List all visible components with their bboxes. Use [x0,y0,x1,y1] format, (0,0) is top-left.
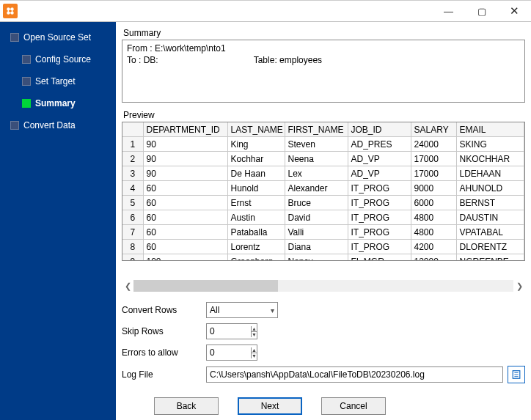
row-number[interactable]: 4 [122,181,143,196]
convert-rows-value: All [210,305,219,315]
log-file-value: C:\Users\pansh\AppData\Local\FileToDB\20… [210,369,425,380]
svg-rect-7 [8,12,12,13]
cell: Alexander [285,181,348,196]
row-number[interactable]: 5 [122,196,143,210]
table-row[interactable]: 760PataballaValliIT_PROG4800VPATABAL [122,225,524,240]
summary-table-prefix: Table: [254,55,279,65]
browse-log-button[interactable] [508,366,525,383]
cell: AHUNOLD [456,181,524,196]
column-header[interactable]: SALARY [411,122,456,137]
wizard-step[interactable]: Set Target [0,70,116,92]
spin-down-icon[interactable]: ▼ [252,353,257,358]
cell: NKOCHHAR [456,152,524,166]
log-file-input[interactable]: C:\Users\pansh\AppData\Local\FileToDB\20… [206,366,503,383]
cell: 6000 [411,196,456,210]
wizard-buttons: Back Next Cancel [122,388,525,415]
cell: Lex [285,166,348,181]
summary-from-prefix: From : [127,43,155,54]
column-header[interactable]: FIRST_NAME [285,122,348,137]
errors-spinner[interactable]: ▲ ▼ [206,345,257,361]
step-box-icon [10,33,19,42]
cell: VPATABAL [456,225,524,240]
step-box-icon [10,121,19,130]
step-label: Convert Data [23,120,76,130]
skip-rows-input[interactable] [207,325,251,338]
row-number[interactable]: 1 [122,137,143,152]
table-row[interactable]: 190KingStevenAD_PRES24000SKING [122,137,524,152]
chevron-down-icon: ▾ [268,306,274,314]
cell: Lorentz [227,240,285,254]
cell: IT_PROG [348,196,411,210]
summary-to-prefix: To : [127,55,144,65]
log-file-label: Log File [122,369,206,380]
cell: 4200 [411,240,456,254]
cell: IT_PROG [348,181,411,196]
column-header[interactable]: JOB_ID [348,122,411,137]
convert-rows-select[interactable]: All ▾ [206,302,278,318]
minimize-button[interactable]: — [432,1,465,21]
scroll-left-icon[interactable]: ❮ [122,280,133,292]
svg-rect-5 [8,9,9,12]
cell: IT_PROG [348,210,411,225]
svg-rect-4 [8,9,12,10]
maximize-button[interactable]: ▢ [465,1,498,21]
cell: NGREENBE [456,254,524,262]
horizontal-scrollbar[interactable]: ❮ ❯ [122,280,525,292]
column-header[interactable]: EMAIL [456,122,524,137]
cell: 17000 [411,166,456,181]
cell: 100 [143,254,227,262]
back-button[interactable]: Back [154,397,219,415]
wizard-step[interactable]: Summary [0,92,116,114]
cell: 60 [143,225,227,240]
row-number[interactable]: 6 [122,210,143,225]
wizard-step[interactable]: Config Source [0,48,116,70]
skip-rows-spinner[interactable]: ▲ ▼ [206,323,257,339]
step-box-icon [22,77,31,86]
scroll-thumb[interactable] [133,280,278,292]
cell: 9000 [411,181,456,196]
table-row[interactable]: 860LorentzDianaIT_PROG4200DLORENTZ [122,240,524,254]
cell: 60 [143,240,227,254]
table-row[interactable]: 290KochharNeenaAD_VP17000NKOCHHAR [122,152,524,166]
table-row[interactable]: 660AustinDavidIT_PROG4800DAUSTIN [122,210,524,225]
next-button[interactable]: Next [238,397,302,415]
row-number[interactable]: 9 [122,254,143,262]
wizard-step[interactable]: Open Source Set [0,26,116,48]
column-header[interactable]: LAST_NAME [227,122,285,137]
cell: 17000 [411,152,456,166]
cell: Diana [285,240,348,254]
table-row[interactable]: 460HunoldAlexanderIT_PROG9000AHUNOLD [122,181,524,196]
cell: FI_MGR [348,254,411,262]
column-header[interactable] [122,122,143,137]
cell: De Haan [227,166,285,181]
cell: SKING [456,137,524,152]
cell: 90 [143,166,227,181]
spin-up-icon[interactable]: ▲ [252,326,257,331]
document-icon [511,369,521,380]
scroll-right-icon[interactable]: ❯ [513,280,525,292]
column-header[interactable]: DEPARTMENT_ID [143,122,227,137]
summary-table-value: employees [279,55,322,65]
spin-down-icon[interactable]: ▼ [252,331,257,337]
table-row[interactable]: 9100GreenbergNancyFI_MGR12000NGREENBE [122,254,524,262]
summary-heading: Summary [123,28,525,38]
spin-up-icon[interactable]: ▲ [252,347,257,353]
row-number[interactable]: 2 [122,152,143,166]
cell: Bruce [285,196,348,210]
cell: 12000 [411,254,456,262]
cancel-button[interactable]: Cancel [321,397,386,415]
row-number[interactable]: 8 [122,240,143,254]
wizard-step[interactable]: Convert Data [0,114,116,136]
convert-rows-label: Convert Rows [122,305,206,315]
close-button[interactable]: ✕ [498,1,531,21]
errors-input[interactable] [207,346,251,359]
summary-to-db: DB: [144,54,254,66]
table-row[interactable]: 390De HaanLexAD_VP17000LDEHAAN [122,166,524,181]
row-number[interactable]: 3 [122,166,143,181]
table-row[interactable]: 560ErnstBruceIT_PROG6000BERNST [122,196,524,210]
cell: Kochhar [227,152,285,166]
scroll-track[interactable] [133,280,513,292]
row-number[interactable]: 7 [122,225,143,240]
wizard-sidebar: Open Source SetConfig SourceSet TargetSu… [0,22,116,420]
cell: AD_PRES [348,137,411,152]
